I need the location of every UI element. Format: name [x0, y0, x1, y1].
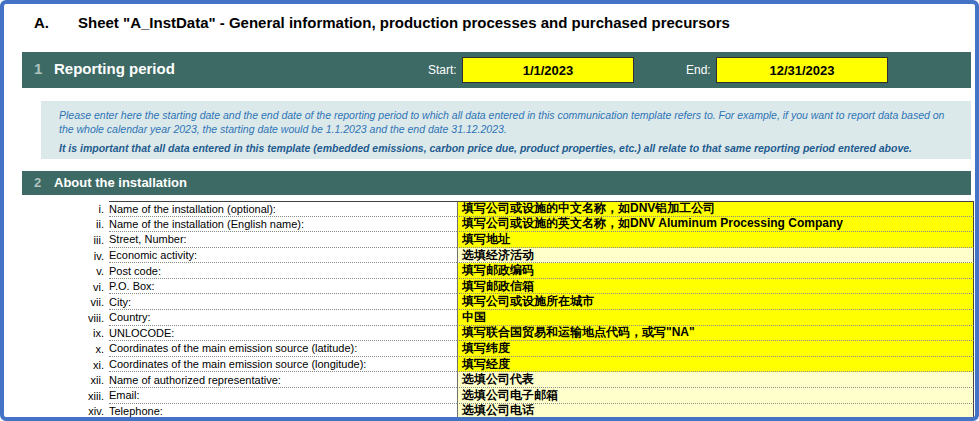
row-numeral: xi. — [59, 357, 109, 373]
row-value-input[interactable]: 中国 — [457, 310, 974, 326]
row-value-input[interactable]: 填写经度 — [457, 357, 974, 373]
row-value-input[interactable]: 选填公司代表 — [457, 372, 974, 388]
row-numeral: x. — [59, 341, 109, 357]
table-row: xiii.Email:选填公司电子邮箱 — [59, 388, 974, 404]
end-date-input[interactable]: 12/31/2023 — [716, 57, 888, 83]
section-heading: About the installation — [54, 175, 187, 190]
table-row: ix.UNLOCODE:填写联合国贸易和运输地点代码，或写"NA" — [59, 326, 974, 342]
row-value-input[interactable]: 填写邮政信箱 — [457, 279, 974, 295]
table-row: i.Name of the installation (optional):填写… — [59, 201, 974, 217]
row-value-input[interactable]: 选填经济活动 — [457, 248, 974, 264]
row-numeral: iii. — [59, 232, 109, 248]
installation-table: i.Name of the installation (optional):填写… — [59, 201, 974, 419]
row-numeral: iv. — [59, 248, 109, 264]
sheet-section-letter: A. — [34, 14, 49, 31]
row-numeral: ix. — [59, 326, 109, 342]
row-label: UNLOCODE: — [109, 326, 457, 342]
row-label: Telephone: — [109, 404, 457, 420]
row-label: Coordinates of the main emission source … — [109, 341, 457, 357]
row-label: Post code: — [109, 263, 457, 279]
table-row: vi.P.O. Box:填写邮政信箱 — [59, 279, 974, 295]
row-numeral: ii. — [59, 217, 109, 233]
row-numeral: i. — [59, 201, 109, 217]
table-row: iv.Economic activity:选填经济活动 — [59, 248, 974, 264]
row-numeral: xiv. — [59, 404, 109, 420]
table-row: ii.Name of the installation (English nam… — [59, 217, 974, 233]
row-label: Street, Number: — [109, 232, 457, 248]
row-numeral: vii. — [59, 294, 109, 310]
page-title: Sheet "A_InstData" - General information… — [78, 14, 730, 31]
row-value-input[interactable]: 填写纬度 — [457, 341, 974, 357]
row-value-input[interactable]: 填写公司或设施的英文名称，如DNV Aluminum Processing Co… — [457, 217, 974, 233]
row-label: P.O. Box: — [109, 279, 457, 295]
row-value-input[interactable]: 填写公司或设施所在城市 — [457, 294, 974, 310]
row-numeral: viii. — [59, 310, 109, 326]
row-label: Country: — [109, 310, 457, 326]
section-header-about-installation: 2 About the installation — [22, 171, 971, 195]
section-number: 2 — [34, 175, 41, 190]
table-row: xiv.Telephone:选填公司电话 — [59, 404, 974, 420]
note-paragraph-2: It is important that all data entered in… — [59, 141, 957, 155]
row-label: Name of the installation (English name): — [109, 217, 457, 233]
row-label: Economic activity: — [109, 248, 457, 264]
table-row: x.Coordinates of the main emission sourc… — [59, 341, 974, 357]
row-numeral: xii. — [59, 372, 109, 388]
table-row: xi.Coordinates of the main emission sour… — [59, 357, 974, 373]
worksheet-frame: A. Sheet "A_InstData" - General informat… — [0, 0, 979, 421]
row-value-input[interactable]: 填写地址 — [457, 232, 974, 248]
section-header-reporting-period: 1 Reporting period Start: 1/1/2023 End: … — [22, 52, 971, 88]
end-label: End: — [686, 63, 711, 77]
start-date-input[interactable]: 1/1/2023 — [462, 57, 634, 83]
table-row: v.Post code:填写邮政编码 — [59, 263, 974, 279]
table-row: iii.Street, Number:填写地址 — [59, 232, 974, 248]
row-value-input[interactable]: 填写联合国贸易和运输地点代码，或写"NA" — [457, 326, 974, 342]
row-value-input[interactable]: 填写邮政编码 — [457, 263, 974, 279]
row-numeral: v. — [59, 263, 109, 279]
row-label: City: — [109, 294, 457, 310]
row-numeral: vi. — [59, 279, 109, 295]
section-number: 1 — [34, 60, 42, 77]
row-label: Email: — [109, 388, 457, 404]
table-row: vii.City:填写公司或设施所在城市 — [59, 294, 974, 310]
section-heading: Reporting period — [54, 60, 175, 77]
row-label: Coordinates of the main emission source … — [109, 357, 457, 373]
note-paragraph-1: Please enter here the starting date and … — [59, 108, 957, 136]
row-label: Name of authorized representative: — [109, 372, 457, 388]
table-row: viii.Country:中国 — [59, 310, 974, 326]
row-value-input[interactable]: 填写公司或设施的中文名称，如DNV铝加工公司 — [457, 201, 974, 217]
row-label: Name of the installation (optional): — [109, 201, 457, 217]
row-numeral: xiii. — [59, 388, 109, 404]
row-value-input[interactable]: 选填公司电话 — [457, 404, 974, 420]
reporting-period-note: Please enter here the starting date and … — [41, 101, 971, 159]
table-row: xii.Name of authorized representative:选填… — [59, 372, 974, 388]
row-value-input[interactable]: 选填公司电子邮箱 — [457, 388, 974, 404]
start-label: Start: — [428, 63, 457, 77]
